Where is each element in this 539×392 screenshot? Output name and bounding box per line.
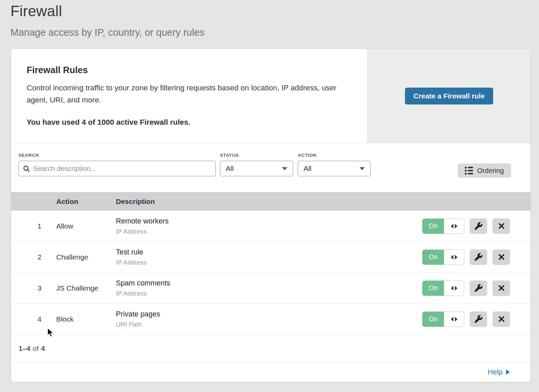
toggle-knob[interactable] bbox=[444, 250, 464, 265]
table-row: 4 Block Private pages URI Path On bbox=[11, 304, 531, 335]
toggle-on-label: On bbox=[422, 250, 444, 265]
triangle-right-icon bbox=[455, 224, 457, 229]
rule-priority: 4 bbox=[11, 315, 56, 323]
triangle-left-icon bbox=[451, 317, 453, 322]
pagination-range: 1–4 bbox=[19, 344, 30, 353]
delete-rule-button[interactable] bbox=[493, 280, 510, 296]
toggle-knob[interactable] bbox=[444, 281, 464, 296]
wrench-icon bbox=[475, 315, 482, 323]
delete-rule-button[interactable] bbox=[493, 311, 510, 327]
usage-summary: You have used 4 of 1000 active Firewall … bbox=[27, 118, 363, 127]
edit-rule-button[interactable] bbox=[470, 311, 487, 327]
section-heading: Firewall Rules bbox=[27, 65, 363, 76]
rule-action: Allow bbox=[56, 222, 116, 230]
create-rule-panel: Create a Firewall rule bbox=[367, 49, 531, 143]
close-icon bbox=[498, 316, 505, 322]
action-selected-value: All bbox=[304, 164, 311, 173]
rule-description-cell: Test rule IP Address bbox=[116, 248, 422, 266]
rule-match-type: URI Path bbox=[116, 321, 422, 328]
description-column-header: Description bbox=[116, 198, 531, 206]
arrow-right-icon bbox=[506, 369, 510, 375]
rule-description: Spam comments bbox=[116, 279, 422, 288]
table-row: 3 JS Challenge Spam comments IP Address … bbox=[11, 273, 531, 304]
pagination-separator: of bbox=[33, 344, 39, 353]
triangle-left-icon bbox=[451, 224, 453, 229]
pagination-bar: 1–4 of 4 bbox=[11, 335, 531, 362]
status-select[interactable]: All bbox=[220, 161, 293, 176]
wrench-icon bbox=[475, 284, 482, 292]
rule-priority: 2 bbox=[11, 253, 56, 261]
filters-section: SEARCH STATUS All ACTION All bbox=[11, 143, 531, 192]
toggle-on-label: On bbox=[422, 219, 444, 234]
action-label: ACTION bbox=[298, 153, 371, 158]
toggle-on-label: On bbox=[422, 281, 444, 296]
ordering-button[interactable]: Ordering bbox=[458, 163, 511, 178]
rule-match-type: IP Address bbox=[116, 228, 422, 235]
page-title: Firewall bbox=[10, 3, 204, 20]
create-firewall-rule-button[interactable]: Create a Firewall rule bbox=[405, 88, 493, 104]
edit-rule-button[interactable] bbox=[470, 280, 487, 296]
triangle-right-icon bbox=[455, 255, 457, 260]
delete-rule-button[interactable] bbox=[493, 218, 510, 234]
triangle-right-icon bbox=[455, 286, 457, 291]
action-column-header: Action bbox=[56, 198, 116, 206]
delete-rule-button[interactable] bbox=[493, 249, 510, 265]
rule-description: Private pages bbox=[116, 310, 422, 319]
rule-priority: 1 bbox=[11, 222, 56, 230]
rule-description: Test rule bbox=[116, 248, 422, 257]
status-filter-group: STATUS All bbox=[220, 153, 293, 176]
overview-text-block: Firewall Rules Control incoming traffic … bbox=[27, 65, 363, 127]
chevron-down-icon bbox=[359, 167, 365, 170]
status-selected-value: All bbox=[226, 164, 233, 173]
triangle-right-icon bbox=[455, 317, 457, 322]
close-icon bbox=[498, 254, 505, 260]
rule-description: Remote workers bbox=[116, 217, 422, 225]
triangle-left-icon bbox=[451, 255, 453, 260]
triangle-left-icon bbox=[451, 286, 453, 291]
ordered-list-icon bbox=[465, 167, 473, 175]
wrench-icon bbox=[475, 222, 482, 230]
search-input[interactable] bbox=[33, 164, 211, 173]
rule-priority: 3 bbox=[11, 284, 56, 292]
rule-enabled-toggle[interactable]: On bbox=[422, 218, 464, 234]
status-label: STATUS bbox=[220, 153, 293, 158]
rule-enabled-toggle[interactable]: On bbox=[422, 249, 464, 265]
table-row: 2 Challenge Test rule IP Address On bbox=[11, 242, 531, 273]
rule-match-type: IP Address bbox=[116, 290, 422, 297]
search-label: SEARCH bbox=[19, 153, 216, 158]
page-subtitle: Manage access by IP, country, or query r… bbox=[10, 27, 204, 38]
rule-controls: On bbox=[422, 280, 531, 296]
search-filter-group: SEARCH bbox=[19, 153, 216, 176]
card-footer: Help bbox=[11, 362, 531, 382]
rule-controls: On bbox=[422, 218, 531, 234]
wrench-icon bbox=[475, 253, 482, 261]
search-box[interactable] bbox=[19, 161, 216, 176]
ordering-button-label: Ordering bbox=[477, 167, 504, 175]
page-header: Firewall Manage access by IP, country, o… bbox=[10, 3, 204, 38]
firewall-rules-card: Firewall Rules Control incoming traffic … bbox=[11, 49, 531, 382]
chevron-down-icon bbox=[282, 167, 287, 170]
table-body: 1 Allow Remote workers IP Address On bbox=[11, 211, 531, 335]
toggle-knob[interactable] bbox=[444, 219, 464, 234]
table-header: Action Description bbox=[11, 192, 531, 211]
pagination-total: 4 bbox=[41, 344, 45, 353]
toggle-on-label: On bbox=[422, 312, 444, 327]
rule-controls: On bbox=[422, 311, 531, 327]
rule-description-cell: Private pages URI Path bbox=[116, 310, 422, 328]
overview-section: Firewall Rules Control incoming traffic … bbox=[11, 49, 531, 143]
rule-controls: On bbox=[422, 249, 531, 265]
rule-enabled-toggle[interactable]: On bbox=[422, 311, 464, 327]
edit-rule-button[interactable] bbox=[470, 249, 487, 265]
help-link-label: Help bbox=[488, 368, 503, 376]
action-filter-group: ACTION All bbox=[298, 153, 371, 176]
rule-action: JS Challenge bbox=[56, 284, 116, 292]
edit-rule-button[interactable] bbox=[470, 218, 487, 234]
action-select[interactable]: All bbox=[298, 161, 371, 176]
close-icon bbox=[498, 285, 505, 291]
rule-match-type: IP Address bbox=[116, 259, 422, 266]
toggle-knob[interactable] bbox=[444, 312, 464, 327]
help-link[interactable]: Help bbox=[488, 368, 510, 376]
rule-enabled-toggle[interactable]: On bbox=[422, 280, 464, 296]
section-description: Control incoming traffic to your zone by… bbox=[27, 82, 347, 106]
table-row: 1 Allow Remote workers IP Address On bbox=[11, 211, 531, 242]
